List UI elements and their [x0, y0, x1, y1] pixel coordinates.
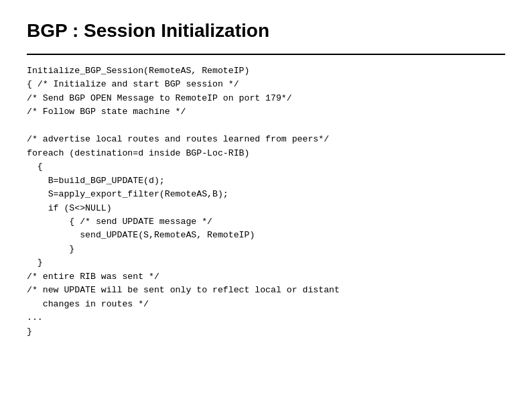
code-block: Initialize_BGP_Session(RemoteAS, RemoteI… [27, 64, 505, 339]
divider [27, 54, 505, 55]
slide-title: BGP : Session Initialization [27, 20, 505, 42]
slide-container: BGP : Session Initialization Initialize_… [0, 0, 532, 399]
